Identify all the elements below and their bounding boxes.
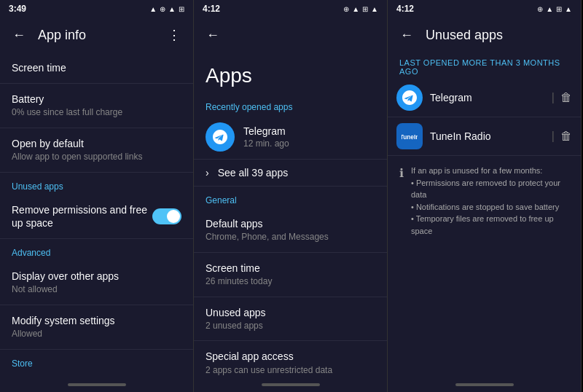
unused-telegram-icon xyxy=(396,85,423,111)
display-over-label: Display over other apps xyxy=(12,270,181,283)
display-over-item[interactable]: Display over other apps Not allowed xyxy=(0,261,193,305)
info-icon: ℹ xyxy=(399,166,404,180)
screen-time-general-item[interactable]: Screen time 26 minutes today xyxy=(194,253,387,297)
status-icons-3: ⊕ ▲ ⊞ ▲ xyxy=(537,5,572,13)
telegram-app-row[interactable]: Telegram 12 min. ago xyxy=(194,115,387,159)
panel-app-info: 3:49 ▲ ⊕ ▲ ⊞ ← App info ⋮ Screen time Ba… xyxy=(0,0,194,392)
remove-permissions-text: Remove permissions and free up space xyxy=(12,203,152,230)
home-indicator-2 xyxy=(262,383,320,386)
signal4-icon: ⊞ xyxy=(556,5,562,13)
panel-unused-apps: 4:12 ⊕ ▲ ⊞ ▲ ← Unused apps LAST OPENED M… xyxy=(388,0,582,392)
delete-telegram-button[interactable]: 🗑 xyxy=(560,91,572,104)
top-bar-1: ← App info ⋮ xyxy=(0,17,193,52)
wifi3-icon: ▲ xyxy=(546,5,553,13)
unused-telegram-name: Telegram xyxy=(430,92,544,103)
content-1: Screen time Battery 0% use since last fu… xyxy=(0,52,193,377)
see-all-row[interactable]: › See all 39 apps xyxy=(194,160,387,186)
signal-icon: ▲ xyxy=(149,5,157,13)
signal3-icon: ⊞ xyxy=(362,5,368,13)
remove-permissions-toggle[interactable] xyxy=(152,208,181,224)
battery-label: Battery xyxy=(12,93,181,106)
wifi2-icon: ▲ xyxy=(352,5,359,13)
page-title-1: App info xyxy=(38,28,161,43)
apps-page-title: Apps xyxy=(194,52,387,93)
unused-tunein-row[interactable]: TuneIn TuneIn Radio | 🗑 xyxy=(388,117,581,156)
status-bar-1: 3:49 ▲ ⊕ ▲ ⊞ xyxy=(0,0,193,17)
back-button-2[interactable]: ← xyxy=(200,22,226,48)
battery3-icon: ▲ xyxy=(565,5,572,13)
home-indicator-3 xyxy=(455,383,514,386)
cloud3-icon: ⊕ xyxy=(537,5,543,13)
open-default-sub: Allow app to open supported links xyxy=(12,152,181,163)
display-over-sub: Not allowed xyxy=(12,284,181,296)
time-1: 3:49 xyxy=(9,4,26,14)
default-apps-label: Default apps xyxy=(206,217,375,230)
back-button-1[interactable]: ← xyxy=(6,22,32,48)
modify-system-label: Modify system settings xyxy=(12,314,181,327)
info-box: ℹ If an app is unused for a few months: … xyxy=(399,165,569,237)
unused-telegram-row[interactable]: Telegram | 🗑 xyxy=(388,79,581,117)
battery-icon: ⊕ xyxy=(160,5,165,13)
bottom-bar-2 xyxy=(194,377,387,392)
store-section-header: Store xyxy=(0,350,193,372)
battery-sub: 0% use since last full charge xyxy=(12,107,181,119)
telegram-time: 12 min. ago xyxy=(243,138,375,149)
status-icons-2: ⊕ ▲ ⊞ ▲ xyxy=(343,5,378,13)
pipe-1: | xyxy=(552,91,555,104)
telegram-svg xyxy=(211,128,229,146)
content-3: LAST OPENED MORE THAN 3 MONTHS AGO Teleg… xyxy=(388,52,581,377)
recently-opened-header: Recently opened apps xyxy=(194,93,387,115)
info-line-3: • Notifications are stopped to save batt… xyxy=(411,203,559,211)
info-line-2: • Permissions are removed to protect you… xyxy=(411,179,560,200)
time-2: 4:12 xyxy=(203,4,220,14)
page-title-3: Unused apps xyxy=(426,28,575,43)
top-bar-3: ← Unused apps xyxy=(388,17,581,52)
see-all-label: See all 39 apps xyxy=(218,167,289,179)
more-options-button-1[interactable]: ⋮ xyxy=(161,22,187,48)
remove-permissions-toggle-row: Remove permissions and free up space xyxy=(0,195,193,238)
unused-apps-section-header: Unused apps xyxy=(0,173,193,195)
content-2: Apps Recently opened apps Telegram 12 mi… xyxy=(194,52,387,377)
delete-tunein-button[interactable]: 🗑 xyxy=(560,130,572,143)
tunein-icon: TuneIn xyxy=(396,123,423,149)
telegram-app-text: Telegram 12 min. ago xyxy=(243,125,375,149)
status-icons-1: ▲ ⊕ ▲ ⊞ xyxy=(149,5,184,13)
bottom-bar-1 xyxy=(0,377,193,392)
app-details-item[interactable]: App details App installed from Google Pl… xyxy=(0,372,193,377)
special-access-item[interactable]: Special app access 2 apps can use unrest… xyxy=(194,341,387,377)
screen-time-item[interactable]: Screen time xyxy=(0,52,193,83)
unused-tunein-name: TuneIn Radio xyxy=(430,130,544,142)
open-by-default-item[interactable]: Open by default Allow app to open suppor… xyxy=(0,128,193,172)
battery-item[interactable]: Battery 0% use since last full charge xyxy=(0,84,193,128)
general-header: General xyxy=(194,187,387,208)
top-bar-2: ← xyxy=(194,17,387,52)
info-text: If an app is unused for a few months: • … xyxy=(411,165,569,237)
unused-apps-general-label: Unused apps xyxy=(206,306,375,319)
special-access-label: Special app access xyxy=(206,350,375,363)
status-bar-3: 4:12 ⊕ ▲ ⊞ ▲ xyxy=(388,0,581,17)
default-apps-item[interactable]: Default apps Chrome, Phone, and Messages xyxy=(194,208,387,252)
home-indicator-1 xyxy=(68,383,126,386)
tunein-actions: | 🗑 xyxy=(552,130,572,143)
telegram-name: Telegram xyxy=(243,125,375,137)
tunein-svg: TuneIn xyxy=(402,128,418,144)
modify-system-item[interactable]: Modify system settings Allowed xyxy=(0,305,193,349)
advanced-section-header: Advanced xyxy=(0,239,193,261)
pipe-2: | xyxy=(552,130,555,143)
panel-apps: 4:12 ⊕ ▲ ⊞ ▲ ← Apps Recently opened apps… xyxy=(194,0,388,392)
unused-apps-general-sub: 2 unused apps xyxy=(206,321,375,332)
time-3: 4:12 xyxy=(396,4,414,14)
wifi-icon: ▲ xyxy=(168,5,176,13)
open-default-label: Open by default xyxy=(12,137,181,150)
telegram-icon xyxy=(206,122,235,152)
battery2-icon: ▲ xyxy=(371,5,378,13)
cloud-icon: ⊕ xyxy=(343,5,349,13)
screen-time-general-sub: 26 minutes today xyxy=(206,276,375,288)
special-access-sub: 2 apps can use unrestricted data xyxy=(206,365,375,377)
unused-apps-general-item[interactable]: Unused apps 2 unused apps xyxy=(194,297,387,341)
screen-time-label: Screen time xyxy=(12,61,181,74)
unused-telegram-svg xyxy=(401,89,418,106)
screen-time-general-label: Screen time xyxy=(206,262,375,275)
back-button-3[interactable]: ← xyxy=(394,22,420,48)
telegram-actions: | 🗑 xyxy=(552,91,572,104)
